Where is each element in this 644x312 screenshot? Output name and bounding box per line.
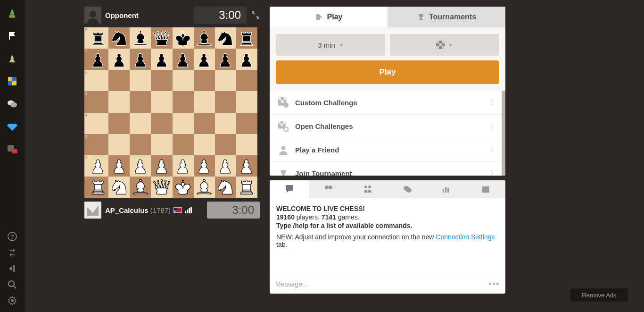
square[interactable] [87,177,108,198]
square[interactable] [87,155,108,177]
square[interactable] [173,155,194,177]
chat-tab-archive[interactable] [466,180,505,198]
player-avatar[interactable] [84,202,101,219]
square[interactable] [130,91,151,112]
messages-icon[interactable] [7,98,18,110]
learn-icon[interactable] [7,76,18,87]
square[interactable] [194,113,215,134]
square[interactable] [151,91,172,112]
square[interactable] [108,134,130,155]
player-name[interactable]: AP_Calculus [105,206,149,214]
square[interactable] [151,70,172,91]
square[interactable] [130,49,151,70]
square[interactable] [151,113,172,134]
square[interactable] [194,70,215,91]
expand-icon[interactable] [251,11,260,19]
square[interactable] [215,27,236,49]
chat-tab-global[interactable] [270,180,309,198]
square[interactable] [87,113,108,134]
square[interactable] [151,177,172,198]
join-tournament-item[interactable]: Join Tournament 〉 [270,161,505,176]
square[interactable] [151,134,172,155]
square[interactable] [236,49,257,70]
game-type-select[interactable]: ▼ [390,34,499,56]
square[interactable] [215,113,236,134]
custom-challenge-item[interactable]: + Custom Challenge 〉 [270,91,505,114]
opponent-name[interactable]: Opponent [105,11,139,19]
square[interactable] [173,113,194,134]
square[interactable] [236,177,257,198]
square[interactable] [215,177,236,198]
tab-play[interactable]: Play [270,7,388,27]
chess-board[interactable]: 87654321 [84,27,260,198]
square[interactable] [130,177,151,198]
alert-icon[interactable]: ! [7,143,18,155]
help-icon[interactable]: ? [7,231,18,242]
time-control-select[interactable]: 3 min ▼ [276,34,385,56]
square[interactable] [194,134,215,155]
square[interactable] [236,134,257,155]
square[interactable] [108,91,130,112]
square[interactable] [215,91,236,112]
scrollbar[interactable] [502,91,505,176]
play-button[interactable]: Play [276,60,499,84]
square[interactable] [215,70,236,91]
square[interactable] [108,49,130,70]
square[interactable] [130,113,151,134]
settings-icon[interactable] [7,295,18,306]
square[interactable] [215,155,236,177]
square[interactable] [87,91,108,112]
chat-tab-stats[interactable] [427,180,466,198]
square[interactable] [194,27,215,49]
square[interactable] [173,27,194,49]
square[interactable] [108,27,130,49]
square[interactable] [130,70,151,91]
square[interactable] [173,91,194,112]
square[interactable] [130,155,151,177]
flip-icon[interactable] [7,247,18,258]
square[interactable] [236,155,257,177]
remove-ads-button[interactable]: Remove Ads [570,288,628,302]
square[interactable] [151,49,172,70]
square[interactable] [173,49,194,70]
square[interactable] [108,70,130,91]
chat-tab-friends[interactable] [309,180,348,198]
square[interactable] [130,27,151,49]
chat-tab-game[interactable] [388,180,427,198]
open-challenges-item[interactable]: Open Challenges 〉 [270,114,505,138]
diamond-icon[interactable] [7,121,18,132]
square[interactable] [194,91,215,112]
square[interactable] [108,113,130,134]
square[interactable] [236,70,257,91]
square[interactable] [215,49,236,70]
square[interactable] [236,113,257,134]
square[interactable] [173,70,194,91]
square[interactable] [194,177,215,198]
opponent-avatar[interactable] [84,7,101,24]
square[interactable] [151,27,172,49]
tactics-icon[interactable] [7,53,18,64]
square[interactable] [87,49,108,70]
square[interactable] [130,134,151,155]
square[interactable] [194,155,215,177]
square[interactable] [87,134,108,155]
square[interactable] [108,177,130,198]
square[interactable] [236,91,257,112]
square[interactable] [108,155,130,177]
connection-settings-link[interactable]: Connection Settings [436,233,495,241]
flag-icon[interactable] [7,30,18,42]
square[interactable] [173,177,194,198]
square[interactable] [87,70,108,91]
square[interactable] [173,134,194,155]
square[interactable] [215,134,236,155]
search-icon[interactable] [7,279,18,290]
square[interactable] [87,27,108,49]
chat-more-icon[interactable]: ••• [488,278,500,289]
collapse-icon[interactable] [7,263,18,274]
square[interactable] [151,155,172,177]
chat-tab-players[interactable] [348,180,388,198]
logo-pawn-icon[interactable] [7,8,18,19]
square[interactable] [236,27,257,49]
chat-input[interactable] [275,280,488,288]
square[interactable] [194,49,215,70]
